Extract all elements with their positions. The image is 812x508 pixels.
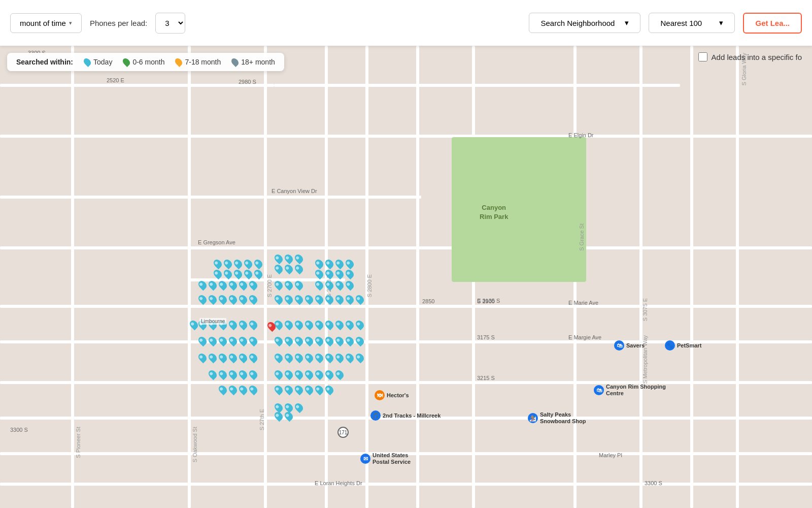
amount-chevron: ▾ <box>69 20 72 26</box>
legend-7-18month-label: 7-18 month <box>185 58 221 66</box>
legend-pin-blue <box>82 57 92 67</box>
usps-icon: ✉ <box>360 454 370 464</box>
road-v-1 <box>71 46 74 508</box>
road-label-marie: E Marie Ave <box>568 300 598 306</box>
road-label-3300s-bottom: 3300 S <box>10 427 28 433</box>
road-v-2 <box>188 46 191 508</box>
road-label-2900e: S 2900 <box>477 298 495 304</box>
highway-badge-171: 171 <box>337 427 349 438</box>
road-label-27th: S 27th E <box>259 409 265 430</box>
road-v-11 <box>736 46 739 508</box>
road-label-3175s: 3175 S <box>477 334 495 340</box>
road-label-elgin: E Elgin Dr <box>568 132 594 138</box>
search-neighborhood-button[interactable]: Search Neighborhood ▾ <box>529 13 640 33</box>
savers-icon: 🛍 <box>614 340 624 351</box>
canyon-rim-icon: 🛍 <box>594 385 604 395</box>
biz-hectors: 🍽 Hector's <box>375 390 409 400</box>
park-label: CanyonRim Park <box>480 203 508 221</box>
legend-18plus: 18+ month <box>232 58 275 66</box>
road-label-2800e: S 2800 E <box>366 274 373 297</box>
road-label-gregson: E Gregson Ave <box>198 239 235 245</box>
toolbar: mount of time ▾ Phones per lead: 3 1 2 4… <box>0 0 812 46</box>
road-v-10 <box>690 46 693 508</box>
search-neighborhood-chevron: ▾ <box>625 18 629 27</box>
biz-2nd-tracks: 🎵 2nd Tracks - Millcreek <box>370 410 441 421</box>
road-v-9 <box>639 46 642 508</box>
road-label-grace: S Grace St <box>579 224 585 251</box>
amount-of-time-button[interactable]: mount of time ▾ <box>10 13 82 33</box>
road-label-loran: E Loran Heights Dr <box>315 480 362 486</box>
road-h-4 <box>0 196 264 199</box>
nearest-chevron: ▾ <box>719 18 723 27</box>
salty-peaks-icon: 🏂 <box>528 413 538 423</box>
legend-pin-gray <box>230 57 240 67</box>
biz-canyon-rim: 🛍 Canyon Rim Shopping Centre <box>594 384 667 397</box>
biz-usps: ✉ United States Postal Service <box>360 452 423 465</box>
road-label-limbourne: Limbourne <box>199 318 226 325</box>
searched-within-label: Searched within: <box>16 58 73 66</box>
2nd-tracks-icon: 🎵 <box>370 410 381 421</box>
get-leads-button[interactable]: Get Lea... <box>743 13 802 34</box>
legend-0-6month-label: 0-6 month <box>132 58 164 66</box>
biz-salty-peaks: 🏂 Salty Peaks Snowboard Shop <box>528 411 591 425</box>
hectors-icon: 🍽 <box>375 390 385 400</box>
road-h-5 <box>264 196 421 199</box>
legend-today-label: Today <box>93 58 112 66</box>
road-h-1 <box>0 84 274 87</box>
canyon-rim-park <box>452 137 586 282</box>
biz-savers: 🛍 Savers <box>614 340 645 351</box>
map-container: CanyonRim Park E Canyon View Dr E Gregso… <box>0 46 812 508</box>
road-label-3215s: 3215 S <box>477 375 495 381</box>
petsmart-icon: 🐾 <box>665 340 675 351</box>
phones-per-lead-label: Phones per lead: <box>90 19 147 27</box>
road-label-3075e: S 3075 E <box>642 298 648 321</box>
road-label-oakwood: S Oakwood St <box>192 427 198 462</box>
road-h-2 <box>274 84 680 87</box>
biz-petsmart: 🐾 PetSmart <box>665 340 701 351</box>
legend-pin-green <box>121 57 131 67</box>
add-leads-checkbox[interactable] <box>698 52 707 61</box>
search-neighborhood-label: Search Neighborhood <box>540 19 615 27</box>
nearest-button[interactable]: Nearest 100 ▾ <box>649 13 735 33</box>
road-v-6 <box>416 46 419 508</box>
legend-7-18month: 7-18 month <box>176 58 221 66</box>
road-label-margie: E Margie Ave <box>568 334 601 340</box>
legend-pin-yellow <box>174 57 184 67</box>
road-label-2520e: 2520 E <box>107 77 124 83</box>
road-label-canyon-view: E Canyon View Dr <box>272 188 317 194</box>
road-label-marley: Marley Pl <box>599 452 622 458</box>
add-leads-label: Add leads into a specific fo <box>712 53 802 61</box>
checkbox-row: Add leads into a specific fo <box>698 46 802 68</box>
phones-per-lead-select[interactable]: 3 1 2 4 5 <box>155 13 185 34</box>
road-label-2700e: S 2700 E <box>266 274 273 297</box>
nearest-label: Nearest 100 <box>660 19 702 27</box>
legend-0-6month: 0-6 month <box>123 58 164 66</box>
legend-today: Today <box>84 58 112 66</box>
road-label-3300s-right: 3300 S <box>645 480 662 486</box>
road-label-2850s: 2850 <box>422 298 434 304</box>
road-label-2980s: 2980 S <box>239 79 256 85</box>
amount-of-time-label: mount of time <box>20 19 66 27</box>
legend-18plus-label: 18+ month <box>241 58 275 66</box>
legend: Searched within: Today 0-6 month 7-18 mo… <box>7 53 284 71</box>
road-label-pioneer: S Pioneer St <box>75 427 81 458</box>
